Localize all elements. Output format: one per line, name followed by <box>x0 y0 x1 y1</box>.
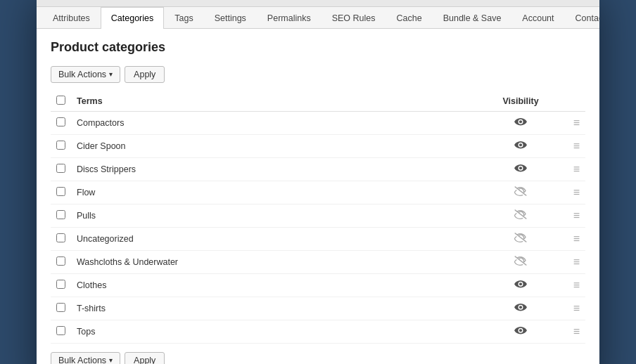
select-all-header <box>51 91 71 112</box>
main-content: Product categories Bulk Actions ▾ Apply … <box>37 29 599 365</box>
bulk-actions-label: Bulk Actions <box>58 70 106 79</box>
actions-column-header <box>563 91 585 112</box>
table-row: Pulls ≡ <box>51 204 585 227</box>
top-toolbar: Bulk Actions ▾ Apply <box>51 66 585 83</box>
drag-icon: ≡ <box>573 186 580 198</box>
tab-cache[interactable]: Cache <box>386 7 433 29</box>
tab-contact-us[interactable]: Contact Us <box>565 7 599 29</box>
categories-table: Terms Visibility Compactors ≡Cider Spoon… <box>51 91 585 344</box>
row-checkbox-1[interactable] <box>56 141 65 150</box>
row-visibility-5[interactable] <box>478 227 563 250</box>
row-drag-handle-9[interactable]: ≡ <box>563 320 585 343</box>
table-row: Clothes ≡ <box>51 273 585 297</box>
eye-icon <box>514 326 527 337</box>
row-checkbox-9[interactable] <box>56 326 65 335</box>
row-drag-handle-0[interactable]: ≡ <box>563 111 585 134</box>
eye-icon <box>514 117 527 129</box>
row-checkbox-5[interactable] <box>56 233 65 242</box>
titlebar <box>37 0 599 7</box>
drag-icon: ≡ <box>573 209 580 221</box>
bottom-toolbar: Bulk Actions ▾ Apply <box>51 352 585 365</box>
row-checkbox-2[interactable] <box>56 164 65 173</box>
eye-slash-icon <box>514 187 527 198</box>
row-drag-handle-3[interactable]: ≡ <box>563 181 585 204</box>
table-row: Tops ≡ <box>51 320 585 343</box>
bottom-chevron-down-icon: ▾ <box>109 356 113 364</box>
row-term-0: Compactors <box>71 111 478 134</box>
tab-seo-rules[interactable]: SEO Rules <box>322 7 386 29</box>
row-visibility-0[interactable] <box>478 111 563 134</box>
table-row: T-shirts ≡ <box>51 297 585 320</box>
tab-categories[interactable]: Categories <box>101 7 164 29</box>
eye-slash-icon <box>514 256 527 268</box>
tab-settings[interactable]: Settings <box>204 7 257 29</box>
row-checkbox-6[interactable] <box>56 256 65 266</box>
row-visibility-9[interactable] <box>478 320 563 343</box>
eye-icon <box>514 303 527 314</box>
row-term-5: Uncategorized <box>71 227 478 250</box>
eye-icon <box>514 164 527 175</box>
row-term-4: Pulls <box>71 204 478 227</box>
row-visibility-4[interactable] <box>478 204 563 227</box>
row-checkbox-8[interactable] <box>56 303 65 312</box>
row-term-3: Flow <box>71 181 478 204</box>
apply-button[interactable]: Apply <box>125 66 165 83</box>
table-row: Discs Strippers ≡ <box>51 157 585 181</box>
row-drag-handle-7[interactable]: ≡ <box>563 273 585 297</box>
row-visibility-7[interactable] <box>478 273 563 297</box>
eye-icon <box>514 141 527 152</box>
row-term-6: Washcloths & Underwater <box>71 250 478 273</box>
row-checkbox-0[interactable] <box>56 117 65 126</box>
eye-slash-icon <box>514 210 527 221</box>
tab-attributes[interactable]: Attributes <box>42 7 101 29</box>
row-drag-handle-1[interactable]: ≡ <box>563 134 585 157</box>
row-checkbox-4[interactable] <box>56 210 65 219</box>
row-drag-handle-5[interactable]: ≡ <box>563 227 585 250</box>
drag-icon: ≡ <box>573 325 580 337</box>
row-term-1: Cider Spoon <box>71 134 478 157</box>
table-row: Cider Spoon ≡ <box>51 134 585 157</box>
row-checkbox-3[interactable] <box>56 187 65 196</box>
row-drag-handle-8[interactable]: ≡ <box>563 297 585 320</box>
row-term-8: T-shirts <box>71 297 478 320</box>
drag-icon: ≡ <box>573 117 580 129</box>
drag-icon: ≡ <box>573 256 580 268</box>
row-checkbox-7[interactable] <box>56 280 65 289</box>
row-visibility-8[interactable] <box>478 297 563 320</box>
select-all-checkbox[interactable] <box>56 96 65 105</box>
visibility-column-header: Visibility <box>478 91 563 112</box>
table-row: Compactors ≡ <box>51 111 585 134</box>
row-visibility-6[interactable] <box>478 250 563 273</box>
tab-permalinks[interactable]: Permalinks <box>257 7 322 29</box>
drag-icon: ≡ <box>573 140 580 152</box>
bottom-bulk-actions-label: Bulk Actions <box>58 356 106 365</box>
row-visibility-3[interactable] <box>478 181 563 204</box>
terms-column-header: Terms <box>71 91 478 112</box>
bottom-bulk-actions-dropdown[interactable]: Bulk Actions ▾ <box>51 352 120 365</box>
bulk-actions-dropdown[interactable]: Bulk Actions ▾ <box>51 66 120 83</box>
app-window: AttributesCategoriesTagsSettingsPermalin… <box>37 0 599 364</box>
page-title: Product categories <box>51 40 585 55</box>
drag-icon: ≡ <box>573 163 580 175</box>
tab-tags[interactable]: Tags <box>164 7 203 29</box>
table-header-row: Terms Visibility <box>51 91 585 112</box>
row-visibility-2[interactable] <box>478 157 563 181</box>
table-row: Flow ≡ <box>51 181 585 204</box>
eye-icon <box>514 280 527 291</box>
tabs-bar: AttributesCategoriesTagsSettingsPermalin… <box>37 7 599 29</box>
eye-slash-icon <box>514 233 527 245</box>
drag-icon: ≡ <box>573 279 580 291</box>
row-term-2: Discs Strippers <box>71 157 478 181</box>
tab-account[interactable]: Account <box>511 7 564 29</box>
chevron-down-icon: ▾ <box>109 70 113 78</box>
row-drag-handle-4[interactable]: ≡ <box>563 204 585 227</box>
row-visibility-1[interactable] <box>478 134 563 157</box>
tab-bundle---save[interactable]: Bundle & Save <box>433 7 512 29</box>
table-row: Uncategorized ≡ <box>51 227 585 250</box>
row-drag-handle-2[interactable]: ≡ <box>563 157 585 181</box>
row-term-7: Clothes <box>71 273 478 297</box>
row-term-9: Tops <box>71 320 478 343</box>
row-drag-handle-6[interactable]: ≡ <box>563 250 585 273</box>
bottom-apply-button[interactable]: Apply <box>125 352 165 365</box>
drag-icon: ≡ <box>573 302 580 314</box>
